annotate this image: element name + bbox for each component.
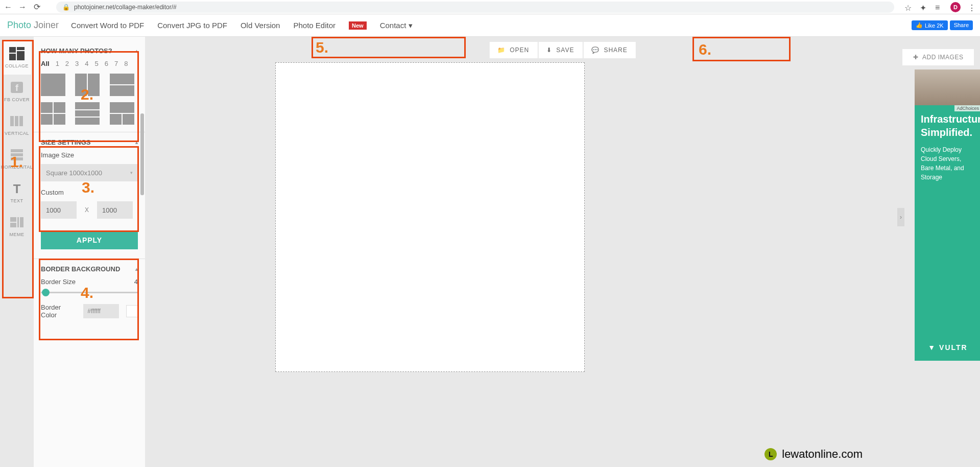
address-bar[interactable]: 🔒 photojoiner.net/collage-maker/editor/# xyxy=(56,2,894,13)
extensions-icon[interactable]: ✦ xyxy=(920,3,928,11)
border-size-value: 4 xyxy=(134,278,138,286)
border-color-label: Border Color xyxy=(41,303,76,319)
open-button[interactable]: 📁OPEN xyxy=(489,42,537,58)
back-icon[interactable]: ← xyxy=(4,3,12,11)
plus-icon: ✚ xyxy=(913,54,919,61)
layout-thumb[interactable] xyxy=(75,74,100,96)
chevron-down-icon: ▾ xyxy=(130,170,133,175)
border-bg-header[interactable]: BORDER BACKGROUND ▴ xyxy=(34,259,145,278)
tool-meme[interactable]: MEME xyxy=(3,209,31,243)
facebook-icon: f xyxy=(9,81,25,94)
canvas-area: 📁OPEN ⬇SAVE 💬SHARE ✚ ADD IMAGES › AdChoi… xyxy=(145,37,980,467)
width-input[interactable] xyxy=(41,201,77,219)
layout-thumb[interactable] xyxy=(110,74,134,96)
filter-6[interactable]: 6 xyxy=(105,60,108,67)
expand-tab[interactable]: › xyxy=(897,208,904,226)
image-size-select[interactable]: Square 1000x1000 ▾ xyxy=(41,164,138,181)
adchoices-label[interactable]: AdChoices xyxy=(954,105,980,111)
fb-share-button[interactable]: Share xyxy=(950,20,973,30)
slider-handle[interactable] xyxy=(42,289,50,296)
svg-rect-1 xyxy=(17,47,25,50)
ad-headline-2: Simplified. xyxy=(921,127,975,138)
add-images-button[interactable]: ✚ ADD IMAGES xyxy=(902,49,974,65)
url-text: photojoiner.net/collage-maker/editor/# xyxy=(74,4,177,11)
site-logo[interactable]: Photo Joiner xyxy=(7,20,59,31)
x-separator: X xyxy=(77,206,97,214)
how-many-header[interactable]: HOW MANY PHOTOS? ▴ xyxy=(34,41,145,60)
nav-contact[interactable]: Contact ▾ xyxy=(380,21,413,30)
border-size-label: Border Size xyxy=(41,278,76,286)
download-icon: ⬇ xyxy=(546,46,552,54)
svg-rect-6 xyxy=(10,116,14,126)
svg-rect-13 xyxy=(10,217,16,222)
svg-rect-9 xyxy=(11,149,23,152)
chevron-up-icon: ▴ xyxy=(135,266,138,272)
svg-rect-8 xyxy=(19,116,23,126)
browser-toolbar: ← → ⟳ 🔒 photojoiner.net/collage-maker/ed… xyxy=(0,0,980,14)
tool-vertical[interactable]: VERTICAL xyxy=(3,108,31,142)
filter-8[interactable]: 8 xyxy=(124,60,128,67)
text-icon: T xyxy=(9,182,25,195)
filter-3[interactable]: 3 xyxy=(75,60,79,67)
forward-icon[interactable]: → xyxy=(18,3,27,11)
share-icon: 💬 xyxy=(591,46,600,54)
tool-text[interactable]: T TEXT xyxy=(3,176,31,209)
chevron-up-icon: ▴ xyxy=(135,48,138,54)
svg-text:T: T xyxy=(13,182,21,195)
reload-icon[interactable]: ⟳ xyxy=(33,3,41,11)
border-size-slider[interactable] xyxy=(41,292,138,293)
profile-avatar[interactable]: D xyxy=(950,2,961,12)
tool-collage[interactable]: COLLAGE xyxy=(3,41,31,75)
star-icon[interactable]: ☆ xyxy=(904,3,913,11)
svg-rect-15 xyxy=(17,217,19,227)
svg-rect-3 xyxy=(9,54,16,60)
custom-label: Custom xyxy=(41,189,138,196)
svg-rect-0 xyxy=(9,47,16,53)
panel-scrollbar[interactable] xyxy=(140,113,144,195)
svg-rect-7 xyxy=(15,116,18,126)
nav-convert-word[interactable]: Convert Word to PDF xyxy=(71,21,144,30)
size-settings-header[interactable]: SIZE SETTINGS ▴ xyxy=(34,132,145,151)
apply-button[interactable]: APPLY xyxy=(41,231,138,249)
watermark-icon: L xyxy=(764,448,777,460)
tool-fbcover[interactable]: f FB COVER xyxy=(3,75,31,108)
ad-body: Quickly Deploy Cloud Servers, Bare Metal… xyxy=(921,145,975,182)
height-input[interactable] xyxy=(97,201,133,219)
chevron-up-icon: ▴ xyxy=(135,139,138,145)
nav-convert-jpg[interactable]: Convert JPG to PDF xyxy=(157,21,227,30)
filter-4[interactable]: 4 xyxy=(85,60,88,67)
ad-banner[interactable]: AdChoices Infrastructure Simplified. Qui… xyxy=(915,69,980,361)
svg-rect-16 xyxy=(20,217,23,227)
layout-thumb[interactable] xyxy=(75,102,100,125)
filter-7[interactable]: 7 xyxy=(114,60,118,67)
filter-5[interactable]: 5 xyxy=(95,60,99,67)
layout-thumb[interactable] xyxy=(110,102,134,125)
svg-text:f: f xyxy=(15,83,19,93)
playlist-icon[interactable]: ≡ xyxy=(935,3,943,11)
horizontal-icon xyxy=(9,148,25,161)
collage-icon xyxy=(9,47,25,60)
svg-rect-14 xyxy=(10,223,16,227)
save-button[interactable]: ⬇SAVE xyxy=(538,42,582,58)
watermark: L lewatonline.com xyxy=(764,448,863,461)
share-button[interactable]: 💬SHARE xyxy=(583,42,635,58)
filter-1[interactable]: 1 xyxy=(56,60,59,67)
layout-thumb[interactable] xyxy=(41,102,65,125)
ad-brand: ▼ VULTR xyxy=(915,343,980,352)
color-swatch[interactable] xyxy=(126,305,138,317)
svg-rect-11 xyxy=(11,157,23,160)
nav-photo-editor[interactable]: Photo Editor xyxy=(293,21,336,30)
vertical-icon xyxy=(9,114,25,128)
menu-icon[interactable]: ⋮ xyxy=(968,3,976,11)
fb-like-button[interactable]: 👍 Like 2K xyxy=(912,20,948,30)
nav-old-version[interactable]: Old Version xyxy=(241,21,280,30)
border-color-input[interactable] xyxy=(83,304,119,318)
layout-thumb[interactable] xyxy=(41,74,65,96)
lock-icon: 🔒 xyxy=(62,4,70,11)
filter-all[interactable]: All xyxy=(41,60,50,67)
tool-horizontal[interactable]: HORIZONTAL xyxy=(3,142,31,176)
settings-panel: HOW MANY PHOTOS? ▴ All 1 2 3 4 5 6 7 8 S… xyxy=(34,37,145,467)
meme-icon xyxy=(9,216,25,229)
collage-canvas[interactable] xyxy=(275,62,585,372)
filter-2[interactable]: 2 xyxy=(65,60,69,67)
